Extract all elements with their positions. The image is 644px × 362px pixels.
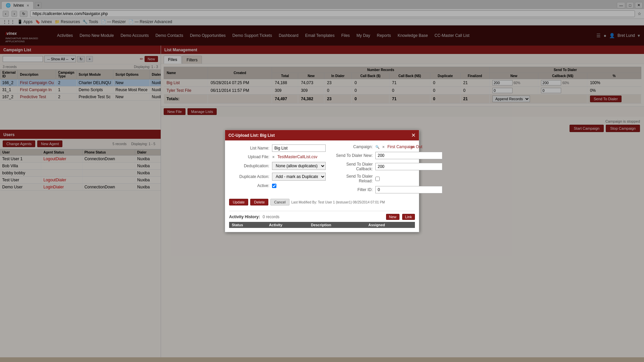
active-row: Active: (229, 183, 326, 188)
activity-history-title: Activity History: (229, 215, 260, 219)
modal-update-button[interactable]: Update (229, 199, 248, 205)
deduplication-label: Deduplication: (229, 164, 269, 168)
list-name-row: List Name: (229, 144, 326, 152)
campaign-field-label: Campaign: (332, 144, 373, 149)
modal-right-col: Campaign: 🔍 ✕ First Campaign Out Send To… (332, 144, 442, 196)
activity-record-count: 0 records (263, 215, 279, 219)
send-reload-label: Send To Dialer Reload: (332, 174, 373, 183)
modal-overlay[interactable]: CC-Upload List: Big List ✕ ✏ List Name: … (0, 0, 644, 357)
send-reload-checkbox[interactable] (375, 177, 380, 181)
active-checkbox[interactable] (272, 184, 276, 188)
cc-upload-modal: CC-Upload List: Big List ✕ ✏ List Name: … (225, 130, 419, 232)
modal-title: CC-Upload List: Big List (228, 133, 275, 138)
send-callback-label: Send To Dialer Callback: (332, 162, 373, 171)
active-label: Active: (229, 183, 269, 188)
campaign-clear-button[interactable]: 🔍 (375, 145, 379, 149)
activity-col-description[interactable]: Description (308, 222, 366, 228)
upload-file-label: Upload File: (229, 155, 269, 159)
modal-close-button[interactable]: ✕ (411, 132, 416, 138)
filter-id-row: Filter ID: (332, 186, 442, 193)
send-callback-row: Send To Dialer Callback: (332, 162, 442, 171)
modal-actions: Update Delete Cancel Last Modified By: T… (229, 196, 415, 208)
activity-new-button[interactable]: New (386, 214, 399, 220)
duplicate-action-select[interactable]: Add - mark as Duplicate (272, 173, 326, 181)
modal-left-col: List Name: Upload File: ✕ TestMasterCall… (229, 144, 326, 196)
send-reload-row: Send To Dialer Reload: (332, 174, 442, 183)
activity-col-assigned[interactable]: Assigned (366, 222, 415, 228)
campaign-remove-button[interactable]: ✕ (382, 145, 385, 149)
activity-table: Status Activity Description Assigned (229, 222, 415, 228)
deduplication-select[interactable]: None (allow duplicates) (272, 162, 326, 170)
modal-form: List Name: Upload File: ✕ TestMasterCall… (229, 144, 411, 196)
activity-history-section: Activity History: 0 records New Link (229, 211, 415, 220)
send-new-row: Send To Dialer New: (332, 152, 442, 159)
modal-modified-text: Last Modified By: Test User 1 (testuser1… (291, 200, 385, 204)
campaign-row: Campaign: 🔍 ✕ First Campaign Out (332, 144, 442, 149)
deduplication-row: Deduplication: None (allow duplicates) (229, 162, 326, 170)
upload-file-row: Upload File: ✕ TestMasterCallList.csv (229, 155, 326, 159)
modal-cancel-button[interactable]: Cancel (270, 199, 289, 205)
activity-link-button[interactable]: Link (402, 214, 415, 220)
send-new-label: Send To Dialer New: (332, 153, 373, 158)
upload-file-link[interactable]: TestMasterCallList.csv (277, 155, 317, 159)
duplicate-action-label: Duplicate Action: (229, 174, 269, 179)
send-to-dialer-callback-input[interactable] (375, 163, 442, 170)
activity-col-status[interactable]: Status (229, 222, 266, 228)
list-name-label: List Name: (229, 146, 269, 150)
filter-id-label: Filter ID: (332, 187, 373, 192)
activity-col-activity[interactable]: Activity (266, 222, 308, 228)
modal-header: CC-Upload List: Big List ✕ (225, 130, 419, 140)
duplicate-action-row: Duplicate Action: Add - mark as Duplicat… (229, 173, 326, 181)
campaign-name-link[interactable]: First Campaign Out (387, 144, 422, 149)
upload-file-clear-button[interactable]: ✕ (272, 155, 275, 159)
modal-body: ✏ List Name: Upload File: ✕ TestMasterCa… (225, 140, 419, 232)
modal-delete-button[interactable]: Delete (250, 199, 268, 205)
send-to-dialer-new-input[interactable] (375, 152, 442, 159)
list-name-input[interactable] (272, 144, 326, 152)
filter-id-input[interactable] (375, 186, 442, 193)
